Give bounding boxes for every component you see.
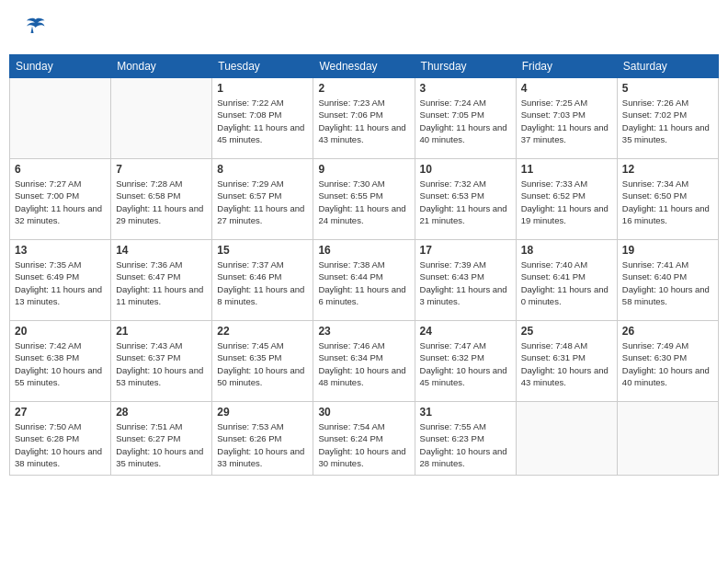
day-info: Sunrise: 7:28 AMSunset: 6:58 PMDaylight:… — [116, 178, 207, 226]
day-number: 10 — [420, 163, 511, 176]
page-header — [0, 0, 728, 54]
calendar-cell: 25Sunrise: 7:48 AMSunset: 6:31 PMDayligh… — [516, 321, 617, 402]
column-header-wednesday: Wednesday — [313, 55, 415, 78]
calendar-cell: 21Sunrise: 7:43 AMSunset: 6:37 PMDayligh… — [111, 321, 212, 402]
day-info: Sunrise: 7:30 AMSunset: 6:55 PMDaylight:… — [318, 178, 409, 226]
calendar-table: SundayMondayTuesdayWednesdayThursdayFrid… — [9, 54, 719, 476]
day-info: Sunrise: 7:23 AMSunset: 7:06 PMDaylight:… — [318, 97, 409, 145]
day-number: 18 — [521, 244, 612, 257]
day-info: Sunrise: 7:37 AMSunset: 6:46 PMDaylight:… — [217, 259, 308, 307]
week-row: 13Sunrise: 7:35 AMSunset: 6:49 PMDayligh… — [10, 240, 719, 321]
day-info: Sunrise: 7:25 AMSunset: 7:03 PMDaylight:… — [521, 97, 612, 145]
day-info: Sunrise: 7:45 AMSunset: 6:35 PMDaylight:… — [217, 339, 308, 388]
day-number: 7 — [116, 163, 207, 176]
column-header-sunday: Sunday — [10, 55, 111, 78]
logo-icon — [18, 14, 46, 41]
day-number: 14 — [116, 244, 207, 257]
calendar-cell: 16Sunrise: 7:38 AMSunset: 6:44 PMDayligh… — [313, 240, 415, 321]
calendar-cell: 12Sunrise: 7:34 AMSunset: 6:50 PMDayligh… — [617, 159, 718, 240]
day-info: Sunrise: 7:22 AMSunset: 7:08 PMDaylight:… — [217, 97, 308, 145]
week-row: 27Sunrise: 7:50 AMSunset: 6:28 PMDayligh… — [10, 402, 719, 476]
calendar-cell: 18Sunrise: 7:40 AMSunset: 6:41 PMDayligh… — [516, 240, 617, 321]
calendar-cell: 5Sunrise: 7:26 AMSunset: 7:02 PMDaylight… — [617, 78, 718, 159]
day-number: 29 — [217, 406, 308, 419]
day-info: Sunrise: 7:38 AMSunset: 6:44 PMDaylight:… — [318, 259, 409, 307]
day-info: Sunrise: 7:26 AMSunset: 7:02 PMDaylight:… — [622, 97, 713, 145]
column-header-thursday: Thursday — [415, 55, 516, 78]
day-number: 8 — [217, 163, 308, 176]
calendar-cell: 6Sunrise: 7:27 AMSunset: 7:00 PMDaylight… — [10, 159, 111, 240]
day-number: 30 — [318, 406, 409, 419]
calendar-cell: 15Sunrise: 7:37 AMSunset: 6:46 PMDayligh… — [212, 240, 313, 321]
calendar-cell — [516, 402, 617, 476]
day-info: Sunrise: 7:54 AMSunset: 6:24 PMDaylight:… — [318, 420, 409, 469]
week-row: 6Sunrise: 7:27 AMSunset: 7:00 PMDaylight… — [10, 159, 719, 240]
day-number: 4 — [521, 82, 612, 95]
day-number: 13 — [15, 244, 106, 257]
day-info: Sunrise: 7:33 AMSunset: 6:52 PMDaylight:… — [521, 178, 612, 226]
day-number: 2 — [318, 82, 409, 95]
calendar-cell: 19Sunrise: 7:41 AMSunset: 6:40 PMDayligh… — [617, 240, 718, 321]
calendar-cell: 11Sunrise: 7:33 AMSunset: 6:52 PMDayligh… — [516, 159, 617, 240]
day-number: 26 — [622, 325, 713, 338]
day-info: Sunrise: 7:50 AMSunset: 6:28 PMDaylight:… — [15, 420, 106, 469]
column-header-friday: Friday — [516, 55, 617, 78]
calendar-cell: 30Sunrise: 7:54 AMSunset: 6:24 PMDayligh… — [313, 402, 415, 476]
calendar-cell: 7Sunrise: 7:28 AMSunset: 6:58 PMDaylight… — [111, 159, 212, 240]
day-number: 15 — [217, 244, 308, 257]
day-number: 28 — [116, 406, 207, 419]
column-header-saturday: Saturday — [617, 55, 718, 78]
calendar-cell: 26Sunrise: 7:49 AMSunset: 6:30 PMDayligh… — [617, 321, 718, 402]
day-number: 1 — [217, 82, 308, 95]
day-number: 25 — [521, 325, 612, 338]
day-number: 17 — [420, 244, 511, 257]
column-header-tuesday: Tuesday — [212, 55, 313, 78]
day-number: 19 — [622, 244, 713, 257]
calendar-cell: 29Sunrise: 7:53 AMSunset: 6:26 PMDayligh… — [212, 402, 313, 476]
calendar-cell: 14Sunrise: 7:36 AMSunset: 6:47 PMDayligh… — [111, 240, 212, 321]
day-number: 6 — [15, 163, 106, 176]
day-number: 9 — [318, 163, 409, 176]
day-info: Sunrise: 7:27 AMSunset: 7:00 PMDaylight:… — [15, 178, 106, 226]
header-row: SundayMondayTuesdayWednesdayThursdayFrid… — [10, 55, 719, 78]
day-number: 21 — [116, 325, 207, 338]
calendar-cell: 2Sunrise: 7:23 AMSunset: 7:06 PMDaylight… — [313, 78, 415, 159]
day-info: Sunrise: 7:34 AMSunset: 6:50 PMDaylight:… — [622, 178, 713, 226]
calendar-cell: 28Sunrise: 7:51 AMSunset: 6:27 PMDayligh… — [111, 402, 212, 476]
day-info: Sunrise: 7:43 AMSunset: 6:37 PMDaylight:… — [116, 339, 207, 388]
day-info: Sunrise: 7:55 AMSunset: 6:23 PMDaylight:… — [420, 420, 511, 469]
day-number: 22 — [217, 325, 308, 338]
day-number: 24 — [420, 325, 511, 338]
day-number: 20 — [15, 325, 106, 338]
day-number: 11 — [521, 163, 612, 176]
day-info: Sunrise: 7:32 AMSunset: 6:53 PMDaylight:… — [420, 178, 511, 226]
calendar-cell — [10, 78, 111, 159]
calendar-cell — [111, 78, 212, 159]
calendar-cell: 13Sunrise: 7:35 AMSunset: 6:49 PMDayligh… — [10, 240, 111, 321]
week-row: 20Sunrise: 7:42 AMSunset: 6:38 PMDayligh… — [10, 321, 719, 402]
calendar-cell: 17Sunrise: 7:39 AMSunset: 6:43 PMDayligh… — [415, 240, 516, 321]
day-info: Sunrise: 7:29 AMSunset: 6:57 PMDaylight:… — [217, 178, 308, 226]
calendar-cell: 31Sunrise: 7:55 AMSunset: 6:23 PMDayligh… — [415, 402, 516, 476]
day-number: 23 — [318, 325, 409, 338]
day-info: Sunrise: 7:46 AMSunset: 6:34 PMDaylight:… — [318, 339, 409, 388]
day-info: Sunrise: 7:35 AMSunset: 6:49 PMDaylight:… — [15, 259, 106, 307]
day-info: Sunrise: 7:42 AMSunset: 6:38 PMDaylight:… — [15, 339, 106, 388]
calendar-cell: 27Sunrise: 7:50 AMSunset: 6:28 PMDayligh… — [10, 402, 111, 476]
calendar-cell: 4Sunrise: 7:25 AMSunset: 7:03 PMDaylight… — [516, 78, 617, 159]
calendar-cell: 3Sunrise: 7:24 AMSunset: 7:05 PMDaylight… — [415, 78, 516, 159]
calendar-cell: 23Sunrise: 7:46 AMSunset: 6:34 PMDayligh… — [313, 321, 415, 402]
day-info: Sunrise: 7:49 AMSunset: 6:30 PMDaylight:… — [622, 339, 713, 388]
day-number: 31 — [420, 406, 511, 419]
calendar-cell: 10Sunrise: 7:32 AMSunset: 6:53 PMDayligh… — [415, 159, 516, 240]
week-row: 1Sunrise: 7:22 AMSunset: 7:08 PMDaylight… — [10, 78, 719, 159]
day-info: Sunrise: 7:41 AMSunset: 6:40 PMDaylight:… — [622, 259, 713, 307]
calendar-cell: 1Sunrise: 7:22 AMSunset: 7:08 PMDaylight… — [212, 78, 313, 159]
calendar-cell: 9Sunrise: 7:30 AMSunset: 6:55 PMDaylight… — [313, 159, 415, 240]
calendar-cell: 8Sunrise: 7:29 AMSunset: 6:57 PMDaylight… — [212, 159, 313, 240]
day-number: 12 — [622, 163, 713, 176]
day-number: 27 — [15, 406, 106, 419]
logo — [18, 14, 48, 45]
day-number: 16 — [318, 244, 409, 257]
day-info: Sunrise: 7:39 AMSunset: 6:43 PMDaylight:… — [420, 259, 511, 307]
